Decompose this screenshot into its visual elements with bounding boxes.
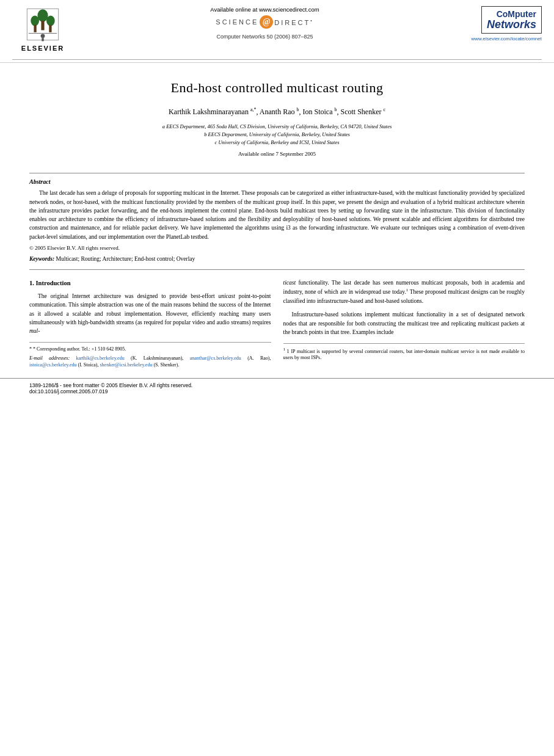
body-divider (29, 269, 525, 270)
elsevier-label: ELSEVIER (21, 45, 64, 52)
authors-line: Karthik Lakshminarayanan a,*, Ananth Rao… (29, 107, 525, 117)
affiliation-a: a EECS Department, 465 Soda Hall, CS Div… (29, 123, 525, 131)
header-top: ELSEVIER Available online at www.science… (12, 6, 542, 57)
footnote1: 1 1 IP multicast is supported by several… (283, 347, 525, 362)
abstract-section: Abstract The last decade has seen a delu… (29, 178, 525, 262)
cn-logo-box: CoMputer Networks (481, 6, 542, 34)
two-column-body: 1. Introduction The original Internet ar… (29, 278, 525, 371)
title-section: End-host controlled multicast routing Ka… (29, 63, 525, 167)
keywords-line: Keywords: Multicast; Routing; Architectu… (29, 256, 525, 262)
affiliation-b: b EECS Department, University of Califor… (29, 131, 525, 139)
right-column: ticast functionality. The last decade ha… (283, 278, 525, 371)
email-istoica[interactable]: istoica@cs.berkeley.edu (29, 362, 76, 368)
keywords-values: Multicast; Routing; Architecture; End-ho… (56, 256, 195, 262)
journal-volume: Computer Networks 50 (2006) 807–825 (216, 34, 313, 40)
paper-title: End-host controlled multicast routing (29, 80, 525, 96)
direct-text: DIRECT• (274, 18, 313, 26)
abstract-text: The last decade has seen a deluge of pro… (29, 189, 525, 241)
affiliations: a EECS Department, 465 Soda Hall, CS Div… (29, 123, 525, 146)
footnote-email: E-mail addresses: karthik@cs.berkeley.ed… (29, 355, 271, 368)
footnote-star: * * Corresponding author. Tel.: +1 510 6… (29, 346, 271, 352)
email-karthik[interactable]: karthik@cs.berkeley.edu (76, 355, 124, 361)
copyright-text: © 2005 Elsevier B.V. All rights reserved… (29, 245, 525, 251)
computer-networks-logo: CoMputer Networks www.elsevier.com/locat… (456, 6, 542, 42)
multicast-italic: mul- (29, 328, 40, 334)
footer-issn: 1389-1286/$ - see front matter © 2005 El… (29, 382, 525, 388)
elsevier-tree-icon (24, 6, 61, 43)
keywords-label: Keywords: (29, 256, 54, 262)
cn-networks-text: Networks (487, 19, 536, 30)
footnote1-ref: 1 (406, 288, 409, 293)
svg-rect-6 (49, 25, 51, 32)
available-online-text: Available online at www.sciencedirect.co… (210, 6, 319, 13)
page: ELSEVIER Available online at www.science… (0, 0, 554, 756)
header-divider (12, 59, 542, 60)
header: ELSEVIER Available online at www.science… (0, 0, 554, 63)
col2-footnotes: 1 1 IP multicast is supported by several… (283, 343, 525, 362)
left-column: 1. Introduction The original Internet ar… (29, 278, 271, 371)
affiliation-c: c University of California, Berkeley and… (29, 139, 525, 147)
email-ananthar[interactable]: ananthar@cs.berkeley.edu (190, 355, 241, 361)
unicast-italic: unicast (218, 293, 235, 299)
sciencedirect-logo: SCIENCE @ DIRECT• (216, 15, 313, 29)
intro-col2-para2: Infrastructure-based solutions implement… (283, 310, 525, 336)
svg-rect-5 (34, 25, 36, 32)
email-label: E-mail addresses: (29, 355, 70, 361)
footnote1-text: 1 IP multicast is supported by several c… (283, 348, 525, 360)
email-shenker[interactable]: shenker@icsi.berkeley.edu (100, 362, 152, 368)
title-divider (29, 173, 525, 173)
cn-computer-text: CoMputer (487, 10, 536, 19)
abstract-title: Abstract (29, 178, 525, 185)
ticast-italic: ticast (283, 280, 296, 286)
science-text: SCIENCE (216, 18, 258, 26)
footer-doi: doi:10.1016/j.comnet.2005.07.019 (29, 388, 525, 394)
svg-rect-2 (41, 21, 44, 30)
cn-website: www.elsevier.com/locate/comnet (456, 36, 542, 42)
svg-point-4 (46, 15, 55, 26)
page-footer: 1389-1286/$ - see front matter © 2005 El… (0, 378, 554, 398)
intro-col2-para1: ticast functionality. The last decade ha… (283, 278, 525, 305)
svg-point-3 (31, 15, 39, 26)
at-symbol-icon: @ (260, 15, 273, 29)
footnote-star-text: * Corresponding author. Tel.: +1 510 642… (33, 346, 126, 352)
header-center: Available online at www.sciencedirect.co… (73, 6, 456, 40)
intro-para1: The original Internet architecture was d… (29, 292, 271, 336)
svg-point-1 (37, 9, 48, 22)
section1-heading: 1. Introduction (29, 278, 271, 288)
svg-rect-9 (42, 38, 43, 41)
col1-footnotes: * * Corresponding author. Tel.: +1 510 6… (29, 342, 271, 369)
elsevier-logo: ELSEVIER (12, 6, 73, 52)
main-content: End-host controlled multicast routing Ka… (0, 63, 554, 371)
available-date: Available online 7 September 2005 (29, 151, 525, 157)
svg-point-8 (41, 34, 45, 38)
